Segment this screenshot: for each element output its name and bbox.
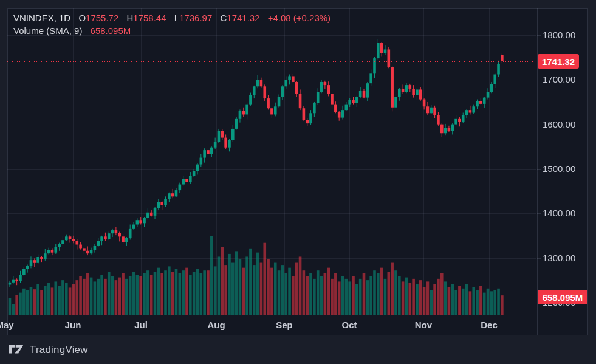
legend-ohlc-row: VNINDEX, 1D O1755.72 H1758.44 L1736.97 C… [13,12,331,24]
volume-indicator-label[interactable]: Volume (SMA, 9) [13,26,82,36]
chart-legend: VNINDEX, 1D O1755.72 H1758.44 L1736.97 C… [13,12,331,37]
symbol-title[interactable]: VNINDEX, 1D [13,13,70,23]
month-tick-label: Oct [341,320,357,330]
price-tick-label: 1300.00 [543,253,575,263]
close-value: 1741.32 [227,13,259,23]
time-axis[interactable]: MayJunJulAugSepOctNovDec [0,315,596,335]
candlestick-chart-canvas[interactable] [0,0,596,364]
volume-sma-badge: 658.095M [538,290,587,304]
open-value: 1755.72 [86,13,118,23]
month-tick-label: Dec [481,320,498,330]
tradingview-logo-text: TradingView [30,344,88,356]
high-label: H [126,13,133,23]
close-label: C [220,13,227,23]
high-value: 1758.44 [133,13,166,23]
month-tick-label: Jun [65,320,81,330]
price-tick-label: 1500.00 [543,163,575,174]
tradingview-attribution[interactable]: TradingView [8,343,88,356]
price-tick-label: 1600.00 [543,119,575,129]
volume-indicator-value: 658.095M [91,26,131,36]
low-value: 1736.97 [179,13,212,23]
last-price-badge: 1741.32 [538,54,579,69]
tradingview-chart-widget: VNINDEX, 1D O1755.72 H1758.44 L1736.97 C… [0,0,596,364]
legend-volume-row: Volume (SMA, 9) 658.095M [13,24,331,37]
price-tick-label: 1700.00 [543,74,575,84]
month-tick-label: Aug [207,320,225,330]
month-tick-label: Jul [134,320,148,330]
month-tick-label: Sep [276,320,293,330]
open-label: O [78,13,86,23]
price-tick-label: 1400.00 [543,208,575,218]
month-tick-label: Nov [415,320,432,330]
tradingview-logo-icon [8,343,24,356]
change-value: +4.08 (+0.23%) [268,13,331,23]
price-tick-label: 1800.00 [543,30,575,40]
month-tick-label: May [0,320,14,330]
low-label: L [174,13,179,23]
